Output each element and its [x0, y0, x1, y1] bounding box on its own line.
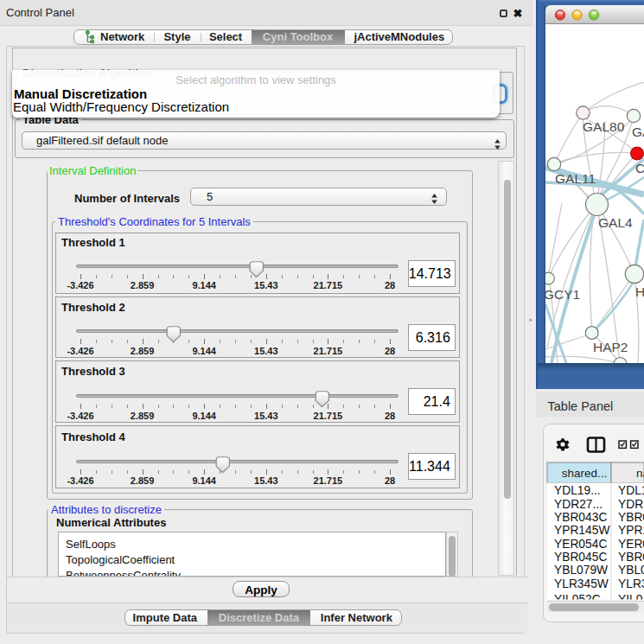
svg-text:GAL3: GAL3: [632, 124, 644, 139]
svg-text:YDL19...: YDL19...: [554, 484, 601, 497]
svg-text:na: na: [636, 467, 644, 480]
svg-text:YBR0: YBR0: [618, 511, 644, 524]
svg-text:YBR0: YBR0: [618, 551, 644, 564]
svg-text:YPR145W: YPR145W: [554, 524, 609, 537]
svg-text:YPR1: YPR1: [618, 524, 644, 537]
svg-text:YER054C: YER054C: [554, 538, 607, 551]
svg-text:YDR27...: YDR27...: [554, 498, 603, 511]
svg-text:YER0: YER0: [618, 538, 644, 551]
svg-text:HAP2: HAP2: [593, 340, 628, 354]
svg-text:YDL1: YDL1: [618, 484, 644, 497]
svg-text:YLR345W: YLR345W: [554, 577, 609, 590]
svg-text:shared...: shared...: [562, 467, 608, 480]
svg-text:CRP1: CRP1: [635, 161, 644, 175]
svg-text:GAL11: GAL11: [555, 171, 596, 186]
svg-text:YBR043C: YBR043C: [554, 511, 607, 524]
svg-text:YBL079W: YBL079W: [554, 564, 608, 577]
svg-text:GCY1: GCY1: [544, 287, 580, 302]
svg-text:YBL0: YBL0: [618, 564, 644, 577]
svg-text:YLR3: YLR3: [618, 577, 644, 590]
svg-text:YBR045C: YBR045C: [554, 551, 607, 564]
svg-text:GAL80: GAL80: [583, 119, 625, 134]
svg-text:HIS4: HIS4: [635, 284, 644, 299]
svg-text:Table Panel: Table Panel: [548, 399, 614, 413]
svg-text:YDR2: YDR2: [618, 498, 644, 511]
svg-text:GAL4: GAL4: [598, 215, 633, 230]
